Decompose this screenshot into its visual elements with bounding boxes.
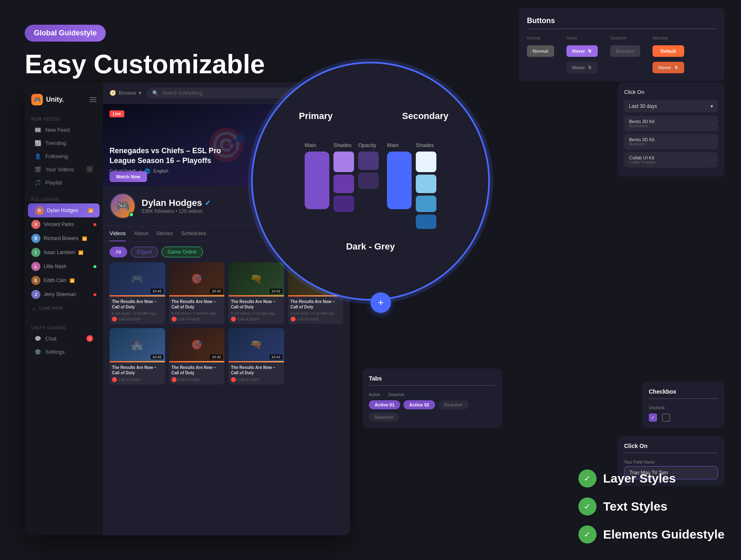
hamburger-menu[interactable] (90, 97, 96, 102)
tab-stories[interactable]: Stories (156, 226, 173, 241)
video-card-5[interactable]: 🏰 10:42 The Results Are Now – Call of Du… (110, 328, 165, 385)
unity-gaming-label: Unity Gaming (25, 322, 103, 332)
following-user-vincent[interactable]: V Vincent Parks (25, 217, 103, 231)
filter-game-online[interactable]: Game Online (161, 247, 203, 257)
color-palette-circle: Primary Secondary Main Shades (251, 62, 490, 301)
following-user-richard[interactable]: R Richard Bowers 📶 (25, 231, 103, 245)
button-states-row: Normal Normal Hover Hover 🖱 Hover 🖱 Deac… (527, 36, 716, 73)
btn-deactive: Deactive (610, 45, 640, 57)
dropdown-demo[interactable]: Last 30 days ▾ (624, 100, 718, 112)
mouse-icon: 🖱 (587, 49, 592, 54)
primary-shade-3 (333, 196, 354, 212)
video-info-2: The Results Are Now – Call of Duty 8.1M … (169, 296, 225, 324)
chevron-right-1: › (711, 121, 713, 126)
video-duration-3: 10:42 (270, 289, 282, 294)
primary-shade-1 (333, 152, 354, 172)
video-card-6[interactable]: 🎯 10:42 The Results Are Now – Call of Du… (169, 328, 225, 385)
uncheck-label: Uncheck (649, 406, 718, 410)
checkbox-section-title: Checkbox (649, 388, 718, 399)
primary-main-swatch (305, 152, 329, 209)
btn-hover[interactable]: Hover 🖱 (566, 45, 598, 57)
dark-grey-label: Dark - Grey (346, 241, 395, 252)
btn-hover-2[interactable]: Hover 🖱 (566, 62, 598, 73)
btn-warning-1[interactable]: Default (652, 45, 684, 57)
sidebar-item-playlist[interactable]: 🎵 Playlist (28, 176, 100, 189)
sidebar-item-settings[interactable]: ⚙️ Settings (28, 345, 100, 358)
state-deactive: Deactive Deactive (610, 36, 640, 57)
channel-icon-7 (231, 377, 236, 382)
video-grid-row2: 🏰 10:42 The Results Are Now – Call of Du… (103, 328, 350, 385)
tab-about[interactable]: About (134, 226, 148, 241)
online-indicator (129, 212, 134, 217)
channel-icon-5 (112, 377, 117, 382)
list-item-2[interactable]: Bento 3D Kit Illustration › (624, 134, 718, 149)
video-card-7[interactable]: 🔫 10:42 The Results Are Now – Call of Du… (228, 328, 284, 385)
btn-warning-2[interactable]: Hover 🖱 (652, 62, 684, 73)
video-meta-3: 8.1M views • 3 months ago (231, 311, 282, 315)
tab-schedules[interactable]: Schedules (181, 226, 206, 241)
secondary-shade-2 (416, 175, 436, 193)
following-user-edith[interactable]: E Edith Cain 📶 (25, 273, 103, 287)
chevron-icon: ▾ (139, 90, 142, 96)
state-warning: Warning Default Hover 🖱 (652, 36, 684, 73)
video-info-6: The Results Are Now – Call of Duty Call … (169, 362, 225, 385)
chevron-right-3: › (711, 157, 713, 162)
video-card-2[interactable]: 🎯 10:42 The Results Are Now – Call of Du… (169, 262, 225, 324)
add-video-button[interactable]: + (86, 166, 93, 173)
filter-all[interactable]: All (110, 247, 127, 257)
video-card-1[interactable]: 🎮 10:42 The Results Are Now – Call of Du… (110, 262, 165, 324)
channel-icon-1 (112, 317, 117, 322)
secondary-header: Secondary (379, 111, 472, 130)
avatar-lillie: L (31, 262, 40, 271)
load-more-button[interactable]: ⌄ Load more (25, 301, 103, 314)
state-hover: Hover Hover 🖱 Hover 🖱 (566, 36, 598, 73)
btn-normal[interactable]: Normal (527, 45, 554, 57)
list-item-1[interactable]: Bento 3D Kit Illustrations › (624, 116, 718, 131)
channel-icon-4 (291, 317, 296, 322)
video-duration-5: 10:42 (151, 355, 163, 359)
secondary-main-col: Main (387, 142, 412, 209)
tab-demo-3: Deactive (438, 400, 468, 409)
sidebar-item-following[interactable]: 👤 Following (28, 149, 100, 163)
sidebar-item-trending[interactable]: 📈 Trending (28, 136, 100, 149)
sidebar-item-your-videos[interactable]: 🎬 Your Videos + (28, 163, 100, 176)
tabs-section-title: Tabs (369, 375, 496, 386)
profile-stats: 536K followers • 120 videos (142, 208, 211, 214)
following-user-dylan[interactable]: D Dylan Hodges 📶 (28, 203, 100, 217)
tab-demo-2[interactable]: Active 02 (403, 400, 435, 409)
mouse-icon-2: 🖱 (587, 65, 592, 70)
watch-now-button[interactable]: Watch Now (110, 171, 147, 182)
state-normal-label: Normal (527, 36, 554, 40)
sidebar-item-chat[interactable]: 💬 Chat 3 (28, 332, 100, 345)
filter-esport[interactable]: ESport (130, 247, 158, 257)
global-guidestyle-badge: Global Guidestyle (25, 25, 106, 42)
status-wifi-edith: 📶 (70, 278, 75, 283)
following-user-lillie[interactable]: L Lillie Nash (25, 259, 103, 273)
circle-inner: Primary Secondary Main Shades (269, 80, 472, 282)
secondary-shades (416, 152, 436, 229)
trending-icon: 📈 (35, 140, 41, 146)
plus-button[interactable]: + (370, 292, 391, 313)
chat-badge: 3 (86, 335, 93, 342)
checkbox-checked[interactable]: ✓ (649, 413, 657, 422)
browse-button[interactable]: 🧭 Browse ▾ (110, 90, 142, 96)
following-user-isaac[interactable]: I Isaac Lambert 📶 (25, 245, 103, 259)
feed-icon: 📰 (35, 126, 41, 133)
settings-icon: ⚙️ (35, 348, 41, 355)
tab-videos[interactable]: Videos (110, 226, 126, 241)
following-section-label: Following (25, 194, 103, 203)
input-field-label: Your Field Name (624, 460, 718, 464)
following-user-jerry[interactable]: J Jerry Sherman (25, 287, 103, 301)
tab-demo-1[interactable]: Active 01 (369, 400, 400, 409)
video-title-4: The Results Are Now – Call of Duty (291, 299, 341, 310)
video-title-3: The Results Are Now – Call of Duty (231, 299, 282, 310)
checkbox-unchecked[interactable] (662, 413, 670, 422)
sidebar-item-new-feed[interactable]: 📰 New Feed (28, 123, 100, 136)
primary-opacity-1 (358, 152, 379, 170)
list-item-3[interactable]: Collab UI Kit Collab Template › (624, 152, 718, 168)
video-channel-3: Call of Duty® (231, 317, 282, 322)
sidebar-logo: 🎮 Unity. (25, 89, 103, 110)
primary-opacity-2 (358, 173, 379, 189)
video-title-2: The Results Are Now – Call of Duty (172, 299, 222, 310)
tab-demo-4: Deactive (369, 413, 399, 422)
